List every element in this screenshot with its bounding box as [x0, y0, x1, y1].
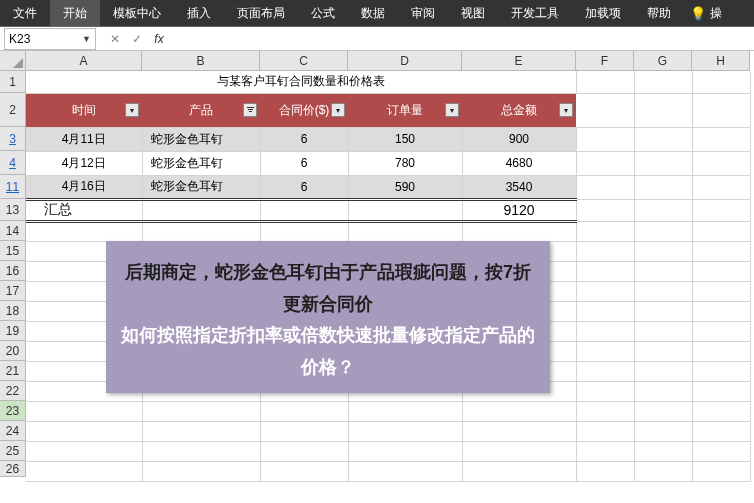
row-header[interactable]: 15 [0, 241, 26, 261]
menu-data[interactable]: 数据 [348, 0, 398, 26]
confirm-icon[interactable]: ✓ [126, 28, 148, 50]
col-header[interactable]: B [142, 51, 260, 71]
col-header[interactable]: H [692, 51, 750, 71]
menu-overflow[interactable]: 操 [706, 0, 726, 26]
th-time: 时间 [26, 93, 142, 127]
filter-button[interactable] [125, 103, 139, 117]
menu-help[interactable]: 帮助 [634, 0, 684, 26]
row-header[interactable]: 25 [0, 441, 26, 461]
menu-formulas[interactable]: 公式 [298, 0, 348, 26]
th-product: 产品 [142, 93, 260, 127]
th-qty: 订单量 [348, 93, 462, 127]
name-box[interactable]: K23 ▼ [4, 28, 96, 50]
formula-bar: K23 ▼ ✕ ✓ fx [0, 27, 754, 51]
col-header[interactable]: E [462, 51, 576, 71]
fx-icon[interactable]: fx [148, 28, 170, 50]
filter-button[interactable] [331, 103, 345, 117]
table-row[interactable]: 4月11日蛇形金色耳钉6150900 [26, 127, 750, 151]
table-row[interactable]: 4月16日蛇形金色耳钉65903540 [26, 175, 750, 199]
column-headers: A B C D E F G H [26, 51, 750, 71]
col-header[interactable]: D [348, 51, 462, 71]
row-header[interactable]: 14 [0, 221, 26, 241]
row-header[interactable]: 21 [0, 361, 26, 381]
th-price: 合同价($) [260, 93, 348, 127]
col-header[interactable]: A [26, 51, 142, 71]
table-row[interactable]: 4月12日蛇形金色耳钉67804680 [26, 151, 750, 175]
note-line1: 后期商定，蛇形金色耳钉由于产品瑕疵问题，按7折更新合同价 [120, 257, 536, 320]
row-header[interactable]: 16 [0, 261, 26, 281]
chevron-down-icon[interactable]: ▼ [82, 34, 91, 44]
row-header[interactable]: 18 [0, 301, 26, 321]
row-header[interactable]: 22 [0, 381, 26, 401]
col-header[interactable]: G [634, 51, 692, 71]
menu-insert[interactable]: 插入 [174, 0, 224, 26]
row-header[interactable]: 13 [0, 199, 26, 221]
note-box: 后期商定，蛇形金色耳钉由于产品瑕疵问题，按7折更新合同价 如何按照指定折扣率或倍… [106, 241, 550, 393]
menu-devtools[interactable]: 开发工具 [498, 0, 572, 26]
menu-view[interactable]: 视图 [448, 0, 498, 26]
select-all-corner[interactable] [0, 51, 26, 71]
col-header[interactable]: C [260, 51, 348, 71]
filter-active-icon[interactable] [243, 103, 257, 117]
table-title: 与某客户耳钉合同数量和价格表 [26, 71, 576, 93]
menu-file[interactable]: 文件 [0, 0, 50, 26]
menu-home[interactable]: 开始 [50, 0, 100, 26]
summary-row[interactable]: 汇总9120 [26, 199, 750, 221]
formula-input[interactable] [170, 28, 754, 50]
filter-button[interactable] [559, 103, 573, 117]
menu-addins[interactable]: 加载项 [572, 0, 634, 26]
menu-bar: 文件 开始 模板中心 插入 页面布局 公式 数据 审阅 视图 开发工具 加载项 … [0, 0, 754, 26]
th-total: 总金额 [462, 93, 576, 127]
note-line2: 如何按照指定折扣率或倍数快速批量修改指定产品的价格？ [120, 320, 536, 383]
cancel-icon[interactable]: ✕ [104, 28, 126, 50]
row-header[interactable]: 20 [0, 341, 26, 361]
name-box-value: K23 [9, 32, 30, 46]
menu-templates[interactable]: 模板中心 [100, 0, 174, 26]
lightbulb-icon[interactable]: 💡 [690, 6, 706, 21]
row-headers: 1234111314151617181920212223242526 [0, 71, 26, 477]
grid[interactable]: 与某客户耳钉合同数量和价格表 时间 产品 合同价($) 订单量 总金额 4月11… [26, 71, 751, 482]
row-header[interactable]: 19 [0, 321, 26, 341]
col-header[interactable]: F [576, 51, 634, 71]
row-header[interactable]: 11 [0, 175, 26, 199]
row-header[interactable]: 2 [0, 93, 26, 127]
filter-button[interactable] [445, 103, 459, 117]
row-header[interactable]: 3 [0, 127, 26, 151]
row-header[interactable]: 4 [0, 151, 26, 175]
menu-pagelayout[interactable]: 页面布局 [224, 0, 298, 26]
row-header[interactable]: 26 [0, 461, 26, 477]
menu-review[interactable]: 审阅 [398, 0, 448, 26]
row-header[interactable]: 17 [0, 281, 26, 301]
row-header[interactable]: 23 [0, 401, 26, 421]
row-header[interactable]: 1 [0, 71, 26, 93]
row-header[interactable]: 24 [0, 421, 26, 441]
